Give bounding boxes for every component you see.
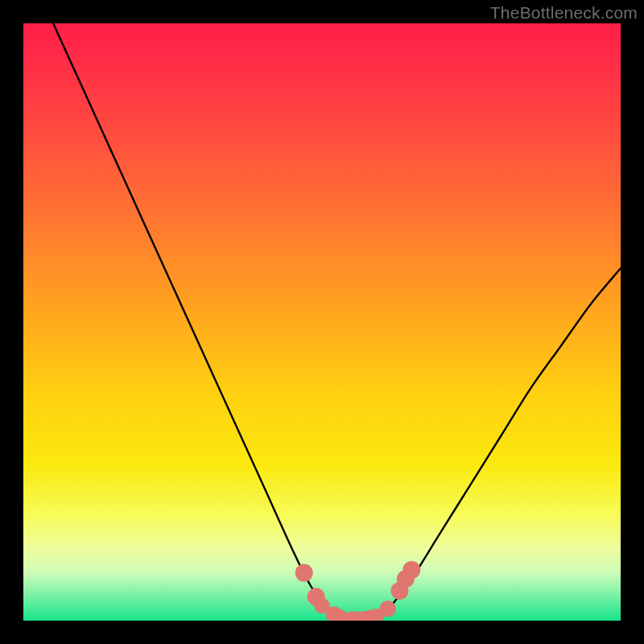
- bottleneck-curve-line: [53, 23, 621, 621]
- chart-plot-area: [23, 23, 621, 621]
- chart-svg: [23, 23, 621, 621]
- curve-marker: [402, 561, 420, 579]
- curve-marker: [379, 601, 396, 617]
- chart-frame: TheBottleneck.com: [0, 0, 644, 644]
- curve-markers: [295, 561, 421, 621]
- watermark-text: TheBottleneck.com: [490, 3, 638, 23]
- curve-marker: [295, 564, 313, 582]
